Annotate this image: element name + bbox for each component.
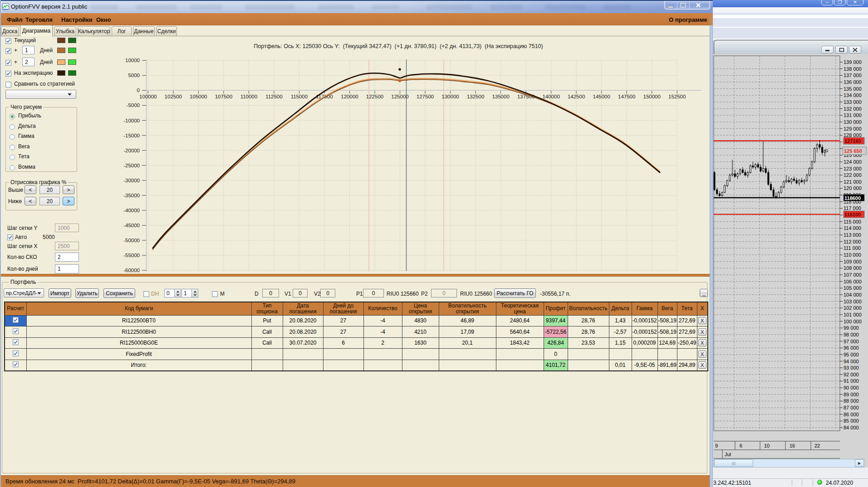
svg-text:127500: 127500 <box>417 94 434 99</box>
svg-text:125000: 125000 <box>391 94 408 99</box>
svg-text:107500: 107500 <box>215 94 232 99</box>
svg-text:117 000: 117 000 <box>843 205 861 211</box>
svg-text:91 000: 91 000 <box>843 378 859 384</box>
svg-text:106 000: 106 000 <box>843 279 862 284</box>
svg-text:113 000: 113 000 <box>843 232 861 238</box>
svg-text:120000: 120000 <box>341 94 358 99</box>
svg-text:95 000: 95 000 <box>843 352 859 357</box>
svg-text:130000: 130000 <box>441 94 459 99</box>
svg-text:-60000: -60000 <box>123 268 140 273</box>
svg-text:116100: 116100 <box>844 212 861 217</box>
svg-text:88 000: 88 000 <box>843 398 859 404</box>
svg-text:147500: 147500 <box>618 94 635 99</box>
svg-text:104 000: 104 000 <box>843 292 862 297</box>
svg-text:-40000: -40000 <box>123 208 140 213</box>
svg-text:-35000: -35000 <box>123 193 140 198</box>
svg-text:89 000: 89 000 <box>843 392 859 397</box>
svg-text:16: 16 <box>790 443 795 448</box>
svg-text:122 000: 122 000 <box>843 172 862 178</box>
svg-text:145000: 145000 <box>593 94 610 99</box>
svg-text:111 000: 111 000 <box>843 245 861 251</box>
svg-text:135000: 135000 <box>492 94 509 99</box>
svg-text:114 000: 114 000 <box>843 225 861 231</box>
svg-text:137 000: 137 000 <box>843 73 862 78</box>
svg-text:105 000: 105 000 <box>843 285 862 291</box>
svg-text:Портфель: Ось X: 125030 Ось Y:: Портфель: Ось X: 125030 Ось Y: (Текущий … <box>254 43 543 49</box>
svg-text:-25000: -25000 <box>123 163 140 168</box>
svg-text:130 000: 130 000 <box>843 119 862 125</box>
svg-text:101 000: 101 000 <box>843 312 862 317</box>
svg-text:108 000: 108 000 <box>843 265 862 271</box>
svg-text:110 000: 110 000 <box>843 252 861 258</box>
svg-text:105000: 105000 <box>190 94 207 99</box>
svg-text:92 000: 92 000 <box>843 372 859 377</box>
svg-text:121 000: 121 000 <box>843 179 862 185</box>
svg-text:150000: 150000 <box>643 94 661 99</box>
svg-text:131 000: 131 000 <box>843 112 862 118</box>
svg-text:129 000: 129 000 <box>843 126 862 131</box>
svg-text:152500: 152500 <box>668 94 686 99</box>
svg-text:132 000: 132 000 <box>843 106 862 112</box>
svg-text:10000: 10000 <box>125 58 140 63</box>
svg-text:102 000: 102 000 <box>843 305 862 311</box>
svg-text:136 000: 136 000 <box>843 79 862 85</box>
svg-text:-15000: -15000 <box>123 133 140 138</box>
svg-text:102500: 102500 <box>165 94 182 99</box>
svg-text:22: 22 <box>814 443 820 448</box>
svg-text:120 000: 120 000 <box>843 185 862 191</box>
svg-text:99 000: 99 000 <box>843 325 859 331</box>
svg-text:103 000: 103 000 <box>843 299 862 304</box>
svg-text:142500: 142500 <box>568 94 585 99</box>
svg-text:84 000: 84 000 <box>843 425 859 430</box>
svg-text:9: 9 <box>715 443 718 448</box>
svg-text:128 000: 128 000 <box>843 132 862 138</box>
svg-text:110000: 110000 <box>240 94 258 99</box>
svg-text:-10000: -10000 <box>123 118 140 123</box>
svg-text:86 000: 86 000 <box>843 412 859 417</box>
svg-text:125 650: 125 650 <box>844 148 862 154</box>
svg-text:122500: 122500 <box>366 94 383 99</box>
svg-text:-5000: -5000 <box>127 102 140 108</box>
svg-text:-55000: -55000 <box>123 253 140 258</box>
svg-text:97 000: 97 000 <box>843 339 859 344</box>
svg-text:10: 10 <box>764 443 770 448</box>
svg-text:-30000: -30000 <box>123 178 140 183</box>
svg-text:124 000: 124 000 <box>843 159 862 165</box>
svg-text:107 000: 107 000 <box>843 272 862 278</box>
svg-text:85 000: 85 000 <box>843 418 859 424</box>
svg-text:90 000: 90 000 <box>843 385 859 390</box>
svg-text:138 000: 138 000 <box>843 66 862 72</box>
svg-text:118600: 118600 <box>844 195 861 201</box>
svg-text:112 000: 112 000 <box>843 239 861 244</box>
svg-text:123 000: 123 000 <box>843 166 862 171</box>
svg-text:112500: 112500 <box>265 94 283 99</box>
svg-text:134 000: 134 000 <box>843 93 862 98</box>
svg-text:0: 0 <box>137 88 140 93</box>
svg-text:115000: 115000 <box>291 94 308 99</box>
svg-text:6: 6 <box>740 443 742 448</box>
svg-text:-50000: -50000 <box>123 238 140 243</box>
svg-text:109 000: 109 000 <box>843 259 862 264</box>
svg-text:135 000: 135 000 <box>843 86 862 92</box>
svg-text:Jul: Jul <box>725 452 731 457</box>
svg-text:5000: 5000 <box>128 73 140 78</box>
svg-text:98 000: 98 000 <box>843 332 859 337</box>
svg-text:93 000: 93 000 <box>843 365 859 370</box>
svg-text:87 000: 87 000 <box>843 405 859 410</box>
svg-text:100 000: 100 000 <box>843 319 862 324</box>
svg-text:132500: 132500 <box>467 94 484 99</box>
svg-text:-45000: -45000 <box>123 223 140 228</box>
svg-text:100000: 100000 <box>139 94 157 99</box>
svg-text:-20000: -20000 <box>123 148 140 153</box>
svg-text:94 000: 94 000 <box>843 359 859 364</box>
svg-text:133 000: 133 000 <box>843 99 862 105</box>
svg-text:127160: 127160 <box>844 138 861 144</box>
svg-text:115 000: 115 000 <box>843 219 861 224</box>
svg-text:139 000: 139 000 <box>843 59 862 65</box>
svg-text:96 000: 96 000 <box>843 345 859 351</box>
svg-text:140000: 140000 <box>542 94 559 99</box>
